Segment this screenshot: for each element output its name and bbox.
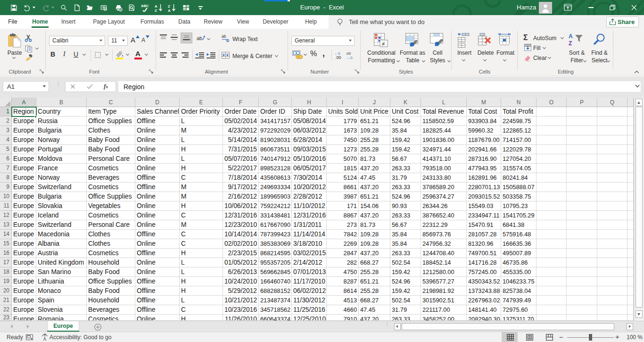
svg-text:A: A: [569, 33, 573, 40]
svg-text:→.0: →.0: [346, 56, 353, 59]
svg-text:ab: ab: [197, 35, 202, 41]
svg-text:ab: ab: [222, 34, 226, 39]
svg-text:.00: .00: [346, 51, 351, 56]
svg-text:≠: ≠: [382, 41, 385, 47]
svg-text:Z: Z: [569, 40, 572, 47]
svg-text:.00: .00: [335, 55, 341, 59]
